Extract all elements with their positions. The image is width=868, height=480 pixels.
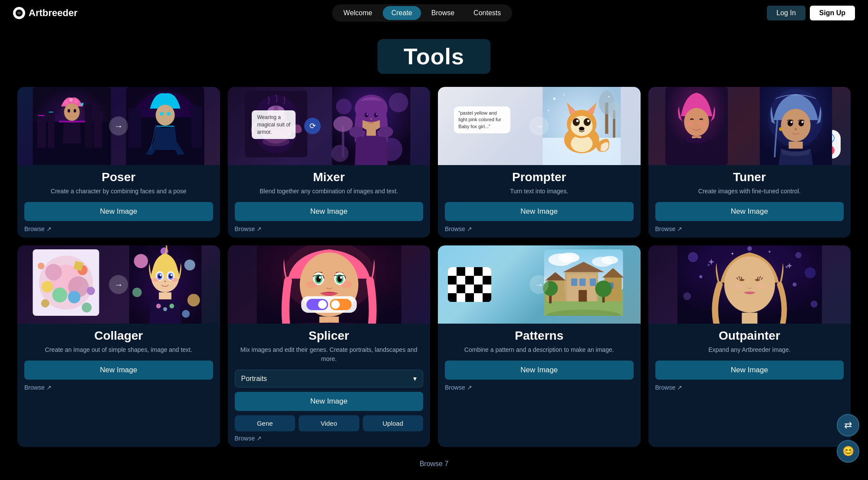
splicer-browse-link[interactable]: Browse ↗ (228, 435, 431, 442)
splicer-video-button[interactable]: Video (299, 415, 359, 431)
splicer-upload-button[interactable]: Upload (363, 415, 424, 431)
svg-point-58 (608, 102, 620, 119)
svg-rect-21 (191, 106, 202, 148)
svg-point-65 (576, 120, 579, 122)
svg-point-106 (187, 294, 200, 307)
svg-point-94 (52, 288, 67, 302)
svg-point-116 (159, 274, 161, 276)
svg-rect-121 (159, 292, 171, 299)
nav-welcome[interactable]: Welcome (335, 6, 381, 20)
svg-point-66 (587, 120, 589, 122)
splicer-dropdown-chevron-icon: ▾ (413, 374, 417, 383)
nav-contests[interactable]: Contests (465, 6, 510, 20)
poser-desc: Create a character by combining faces an… (17, 187, 220, 196)
collager-right-img (117, 245, 214, 324)
svg-rect-145 (448, 276, 457, 285)
svg-point-137 (341, 281, 352, 288)
prompter-browse-arrow-icon: ↗ (467, 225, 472, 232)
poser-browse-arrow-icon: ↗ (46, 225, 52, 232)
outpainter-browse-link[interactable]: Browse ↗ (648, 384, 851, 391)
svg-point-85 (779, 127, 783, 131)
svg-point-108 (182, 310, 190, 318)
tuner-image-area (648, 87, 851, 165)
prompter-browse-link[interactable]: Browse ↗ (438, 225, 641, 232)
svg-point-74 (684, 108, 710, 136)
patterns-new-image-button[interactable]: New Image (445, 361, 634, 380)
svg-point-51 (349, 126, 363, 137)
splicer-new-image-button[interactable]: New Image (235, 392, 424, 411)
chat-icon-button[interactable]: 😊 (837, 440, 859, 463)
collager-desc: Create an image out of simple shapes, im… (17, 345, 220, 354)
svg-point-98 (41, 299, 49, 308)
svg-point-44 (365, 113, 368, 117)
splicer-dropdown[interactable]: Portraits ▾ (235, 370, 424, 387)
svg-point-24 (167, 112, 171, 116)
tuner-new-image-button[interactable]: New Image (655, 202, 844, 221)
tuner-title: Tuner (648, 170, 851, 184)
outpainter-portrait (648, 245, 851, 324)
svg-point-100 (38, 263, 44, 269)
prompter-bubble: "pastel yellow and light pink colored fu… (454, 106, 510, 133)
nav-create[interactable]: Create (383, 6, 421, 20)
tool-card-outpainter: Outpainter Expand any Artbreeder image. … (648, 245, 851, 447)
splicer-gene-button[interactable]: Gene (235, 415, 296, 431)
svg-point-39 (332, 145, 349, 162)
signup-button[interactable]: Sign Up (810, 6, 855, 20)
mixer-icon: ⟳ (304, 118, 321, 134)
svg-rect-141 (457, 267, 465, 276)
outpainter-new-image-button[interactable]: New Image (655, 361, 844, 380)
svg-point-124 (169, 304, 174, 308)
splicer-toggle-2[interactable] (330, 299, 352, 310)
poser-new-image-button[interactable]: New Image (24, 202, 213, 221)
svg-point-68 (553, 97, 556, 99)
svg-point-104 (184, 259, 195, 270)
login-button[interactable]: Log In (767, 6, 805, 20)
patterns-browse-link[interactable]: Browse ↗ (438, 384, 641, 391)
svg-point-12 (74, 109, 76, 113)
translate-icon-button[interactable]: ⇄ (837, 414, 859, 437)
svg-point-86 (795, 128, 797, 130)
nav-browse[interactable]: Browse (423, 6, 463, 20)
prompter-title: Prompter (438, 170, 641, 184)
tool-card-mixer: Wearing amagical suit ofarmor. ⟳ (228, 87, 431, 238)
svg-point-120 (171, 278, 178, 282)
svg-rect-138 (319, 317, 339, 324)
svg-point-37 (389, 93, 408, 113)
collager-browse-link[interactable]: Browse ↗ (17, 384, 220, 391)
splicer-toggle-1[interactable] (306, 299, 328, 310)
svg-point-134 (319, 276, 321, 278)
poser-arrow: → (109, 116, 128, 136)
tool-card-tuner: Tuner Create images with fine-tuned cont… (648, 87, 851, 238)
svg-point-118 (164, 281, 166, 283)
poser-browse-link[interactable]: Browse ↗ (17, 225, 220, 232)
svg-point-83 (790, 121, 792, 123)
svg-point-36 (336, 99, 352, 114)
svg-point-162 (559, 253, 580, 263)
svg-point-71 (608, 96, 610, 98)
logo[interactable]: Artbreeder (13, 7, 77, 19)
tools-grid: → (0, 83, 868, 451)
collager-new-image-button[interactable]: New Image (24, 361, 213, 380)
translate-icon: ⇄ (844, 420, 852, 431)
svg-point-195 (756, 284, 766, 289)
mixer-new-image-button[interactable]: New Image (235, 202, 424, 221)
svg-rect-196 (742, 313, 757, 324)
svg-rect-170 (590, 278, 596, 286)
splicer-image-area (228, 245, 431, 324)
poser-right-panel (121, 87, 210, 165)
svg-point-62 (571, 116, 592, 136)
mixer-right-img (319, 87, 424, 165)
tuner-browse-link[interactable]: Browse ↗ (648, 225, 851, 232)
svg-rect-168 (571, 278, 577, 286)
svg-rect-25 (157, 126, 174, 127)
mixer-browse-link[interactable]: Browse ↗ (228, 225, 431, 232)
svg-point-52 (379, 126, 393, 137)
mixer-title: Mixer (228, 170, 431, 184)
prompter-new-image-button[interactable]: New Image (445, 202, 634, 221)
svg-rect-4 (48, 109, 55, 148)
outpainter-image-area (648, 245, 851, 324)
svg-point-11 (68, 109, 70, 113)
tool-card-collager: → (17, 245, 220, 447)
svg-point-194 (733, 284, 743, 289)
splicer-bottom-buttons: Gene Video Upload (228, 415, 431, 431)
